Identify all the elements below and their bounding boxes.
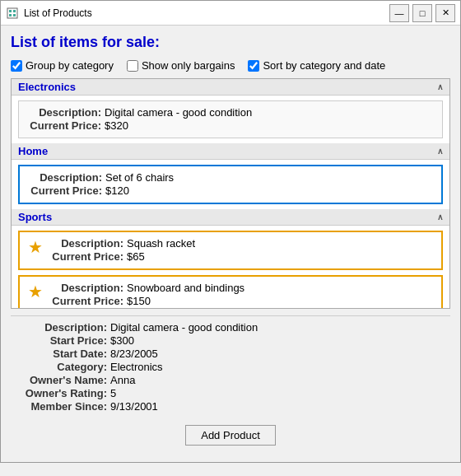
price-value: $65 (127, 250, 145, 263)
product-price-row: Current Price: $150 (49, 295, 433, 307)
bargain-item-row: ★ Description: Squash racket Current Pri… (28, 237, 433, 264)
detail-owners-name-row: Owner's Name: Anna (21, 374, 440, 386)
bargain-star-icon: ★ (28, 239, 43, 255)
category-header-home: Home ∧ (12, 143, 449, 160)
collapse-electronics-btn[interactable]: ∧ (437, 82, 443, 91)
description-label: Description: (49, 282, 123, 294)
description-value: Snowboard and bindings (127, 282, 244, 294)
detail-start-date-row: Start Date: 8/23/2005 (21, 348, 440, 360)
main-content: List of items for sale: Group by categor… (1, 26, 460, 462)
group-by-category-text: Group by category (26, 59, 114, 72)
window-controls: — □ ✕ (389, 4, 455, 22)
detail-owners-rating-label: Owner's Rating: (21, 387, 107, 399)
svg-rect-1 (9, 10, 12, 12)
description-value: Squash racket (127, 237, 195, 250)
toolbar: Group by category Show only bargains Sor… (11, 59, 450, 72)
list-item[interactable]: Description: Set of 6 chairs Current Pri… (18, 165, 443, 204)
add-product-button[interactable]: Add Product (185, 425, 276, 446)
sort-by-category-date-checkbox[interactable] (248, 60, 259, 72)
window-title: List of Products (24, 7, 389, 19)
footer: Add Product (11, 420, 450, 454)
product-details: Description: Snowboard and bindings Curr… (49, 282, 433, 308)
product-price-row: Current Price: $320 (27, 119, 434, 132)
detail-owners-rating-value: 5 (110, 387, 116, 399)
bargain-item-row: ★ Description: Snowboard and bindings Cu… (28, 282, 433, 308)
close-button[interactable]: ✕ (435, 4, 455, 22)
category-header-sports: Sports ∧ (12, 209, 449, 226)
collapse-home-btn[interactable]: ∧ (437, 147, 443, 156)
main-window: List of Products — □ ✕ List of items for… (0, 0, 461, 463)
price-label: Current Price: (27, 119, 101, 132)
category-name-home: Home (18, 145, 48, 157)
price-value: $320 (105, 119, 128, 132)
detail-member-since-label: Member Since: (21, 400, 107, 413)
show-only-bargains-text: Show only bargains (142, 59, 235, 72)
window-icon (6, 7, 19, 20)
svg-rect-2 (13, 10, 16, 12)
price-value: $120 (105, 184, 129, 197)
list-item[interactable]: Description: Digital camera - good condi… (18, 100, 443, 138)
title-bar: List of Products — □ ✕ (1, 1, 460, 26)
detail-start-date-value: 8/23/2005 (110, 348, 158, 360)
bargain-star-icon: ★ (28, 283, 43, 300)
product-price-row: Current Price: $65 (49, 250, 433, 263)
detail-owners-rating-row: Owner's Rating: 5 (21, 387, 440, 399)
list-item[interactable]: ★ Description: Squash racket Current Pri… (18, 231, 443, 270)
show-only-bargains-label[interactable]: Show only bargains (127, 59, 235, 72)
product-list[interactable]: Electronics ∧ Description: Digital camer… (11, 78, 450, 309)
description-label: Description: (28, 171, 102, 184)
product-details: Description: Squash racket Current Price… (49, 237, 433, 264)
detail-member-since-value: 9/13/2001 (110, 400, 158, 413)
description-value: Digital camera - good condition (105, 106, 252, 119)
detail-owners-name-value: Anna (110, 374, 135, 386)
group-by-category-checkbox[interactable] (11, 60, 22, 72)
sort-by-category-date-text: Sort by category and date (263, 59, 385, 72)
category-name-electronics: Electronics (18, 81, 76, 93)
detail-start-price-label: Start Price: (21, 334, 107, 347)
product-description-row: Description: Digital camera - good condi… (27, 106, 434, 119)
show-only-bargains-checkbox[interactable] (127, 60, 138, 72)
svg-rect-3 (9, 14, 12, 16)
list-item[interactable]: ★ Description: Snowboard and bindings Cu… (18, 275, 443, 309)
svg-rect-0 (7, 8, 17, 18)
detail-category-label: Category: (21, 361, 107, 373)
detail-category-value: Electronics (110, 361, 163, 373)
collapse-sports-btn[interactable]: ∧ (437, 212, 443, 222)
maximize-button[interactable]: □ (412, 4, 432, 22)
product-price-row: Current Price: $120 (28, 184, 433, 197)
sort-by-category-date-label[interactable]: Sort by category and date (248, 59, 385, 72)
detail-panel: Description: Digital camera - good condi… (11, 315, 450, 420)
detail-category-row: Category: Electronics (21, 361, 440, 373)
description-value: Set of 6 chairs (105, 171, 174, 184)
price-label: Current Price: (28, 184, 102, 197)
svg-rect-4 (13, 14, 16, 16)
detail-description-value: Digital camera - good condition (110, 321, 258, 334)
price-label: Current Price: (49, 250, 123, 263)
product-description-row: Description: Set of 6 chairs (28, 171, 433, 184)
category-name-sports: Sports (18, 211, 52, 223)
price-label: Current Price: (49, 295, 123, 307)
page-heading: List of items for sale: (11, 34, 450, 51)
minimize-button[interactable]: — (389, 4, 409, 22)
detail-description-label: Description: (21, 321, 107, 334)
description-label: Description: (27, 106, 101, 119)
group-by-category-label[interactable]: Group by category (11, 59, 114, 72)
detail-start-price-row: Start Price: $300 (21, 334, 440, 347)
detail-start-price-value: $300 (110, 334, 134, 347)
product-description-row: Description: Snowboard and bindings (49, 282, 433, 294)
detail-member-since-row: Member Since: 9/13/2001 (21, 400, 440, 413)
detail-description-row: Description: Digital camera - good condi… (21, 321, 440, 334)
price-value: $150 (127, 295, 151, 307)
description-label: Description: (49, 237, 123, 250)
detail-owners-name-label: Owner's Name: (21, 374, 107, 386)
product-description-row: Description: Squash racket (49, 237, 433, 250)
detail-start-date-label: Start Date: (21, 348, 107, 360)
category-header-electronics: Electronics ∧ (12, 79, 449, 96)
